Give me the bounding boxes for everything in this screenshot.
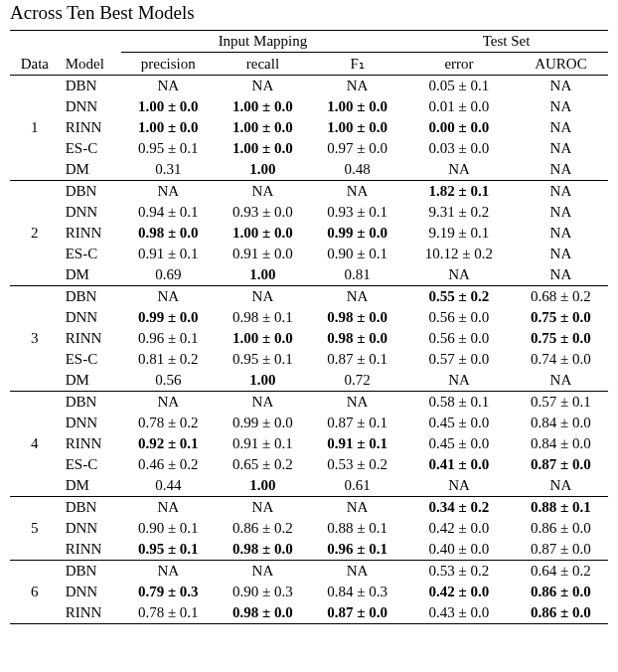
- recall-cell: 0.95 ± 0.1: [216, 349, 310, 370]
- recall-cell: 0.98 ± 0.1: [216, 307, 310, 328]
- recall-cell: NA: [216, 181, 310, 203]
- precision-cell: 0.95 ± 0.1: [121, 138, 216, 159]
- f1-cell: 0.91 ± 0.1: [310, 433, 404, 454]
- precision-cell: NA: [121, 76, 216, 97]
- table-row: RINN0.78 ± 0.10.98 ± 0.00.87 ± 0.00.43 ±…: [10, 602, 608, 624]
- error-cell: 9.31 ± 0.2: [404, 202, 514, 223]
- auroc-cell: NA: [514, 244, 608, 264]
- table-row: ES-C0.91 ± 0.10.91 ± 0.00.90 ± 0.110.12 …: [10, 244, 608, 264]
- error-cell: 0.41 ± 0.0: [404, 454, 514, 475]
- auroc-cell: NA: [514, 159, 608, 181]
- precision-cell: 0.46 ± 0.2: [121, 454, 216, 475]
- table-row: DM0.561.000.72NANA: [10, 370, 608, 392]
- auroc-cell: NA: [514, 370, 608, 392]
- precision-cell: NA: [121, 497, 216, 519]
- precision-cell: 0.96 ± 0.1: [121, 328, 216, 349]
- col-header-f1: F₁: [310, 53, 404, 76]
- table-row: DNN0.78 ± 0.20.99 ± 0.00.87 ± 0.10.45 ± …: [10, 413, 608, 433]
- f1-cell: NA: [310, 497, 404, 519]
- error-cell: 0.43 ± 0.0: [404, 602, 514, 624]
- f1-cell: 0.53 ± 0.2: [310, 454, 404, 475]
- data-id-cell: 3: [10, 286, 60, 392]
- error-cell: 0.56 ± 0.0: [404, 328, 514, 349]
- table-row: 1DBNNANANA0.05 ± 0.1NA: [10, 76, 608, 97]
- table-row: 4DBNNANANA0.58 ± 0.10.57 ± 0.1: [10, 392, 608, 414]
- recall-cell: 1.00 ± 0.0: [216, 96, 310, 117]
- precision-cell: 0.78 ± 0.2: [121, 413, 216, 433]
- error-cell: 10.12 ± 0.2: [404, 244, 514, 264]
- f1-cell: NA: [310, 392, 404, 414]
- error-cell: NA: [404, 475, 514, 497]
- recall-cell: NA: [216, 76, 310, 97]
- table-row: ES-C0.81 ± 0.20.95 ± 0.10.87 ± 0.10.57 ±…: [10, 349, 608, 370]
- auroc-cell: 0.64 ± 0.2: [514, 561, 608, 583]
- auroc-cell: NA: [514, 96, 608, 117]
- auroc-cell: NA: [514, 475, 608, 497]
- precision-cell: 0.56: [121, 370, 216, 392]
- table-row: DNN1.00 ± 0.01.00 ± 0.01.00 ± 0.00.01 ± …: [10, 96, 608, 117]
- table-row: RINN1.00 ± 0.01.00 ± 0.01.00 ± 0.00.00 ±…: [10, 117, 608, 138]
- table-row: 5DBNNANANA0.34 ± 0.20.88 ± 0.1: [10, 497, 608, 519]
- precision-cell: 1.00 ± 0.0: [121, 96, 216, 117]
- recall-cell: 0.91 ± 0.1: [216, 433, 310, 454]
- recall-cell: 0.99 ± 0.0: [216, 413, 310, 433]
- f1-cell: NA: [310, 181, 404, 203]
- auroc-cell: NA: [514, 181, 608, 203]
- precision-cell: 0.92 ± 0.1: [121, 433, 216, 454]
- precision-cell: 0.91 ± 0.1: [121, 244, 216, 264]
- f1-cell: NA: [310, 76, 404, 97]
- recall-cell: 0.93 ± 0.0: [216, 202, 310, 223]
- precision-cell: NA: [121, 181, 216, 203]
- f1-cell: 0.98 ± 0.0: [310, 307, 404, 328]
- model-cell: DBN: [60, 561, 121, 583]
- recall-cell: 1.00: [216, 475, 310, 497]
- data-id-cell: 4: [10, 392, 60, 497]
- error-cell: 0.45 ± 0.0: [404, 433, 514, 454]
- precision-cell: NA: [121, 392, 216, 414]
- recall-cell: 1.00 ± 0.0: [216, 117, 310, 138]
- table-row: DNN0.94 ± 0.10.93 ± 0.00.93 ± 0.19.31 ± …: [10, 202, 608, 223]
- recall-cell: NA: [216, 392, 310, 414]
- f1-cell: 0.48: [310, 159, 404, 181]
- model-cell: DBN: [60, 286, 121, 308]
- auroc-cell: NA: [514, 202, 608, 223]
- model-cell: ES-C: [60, 349, 121, 370]
- recall-cell: 0.65 ± 0.2: [216, 454, 310, 475]
- auroc-cell: NA: [514, 76, 608, 97]
- f1-cell: 0.97 ± 0.0: [310, 138, 404, 159]
- f1-cell: 1.00 ± 0.0: [310, 117, 404, 138]
- f1-cell: NA: [310, 286, 404, 308]
- error-cell: NA: [404, 370, 514, 392]
- error-cell: 0.45 ± 0.0: [404, 413, 514, 433]
- table-row: RINN0.96 ± 0.11.00 ± 0.00.98 ± 0.00.56 ±…: [10, 328, 608, 349]
- model-cell: RINN: [60, 539, 121, 561]
- col-header-error: error: [404, 53, 514, 76]
- precision-cell: 0.94 ± 0.1: [121, 202, 216, 223]
- model-cell: DNN: [60, 202, 121, 223]
- auroc-cell: 0.84 ± 0.0: [514, 413, 608, 433]
- f1-cell: NA: [310, 561, 404, 583]
- precision-cell: 0.99 ± 0.0: [121, 307, 216, 328]
- auroc-cell: 0.75 ± 0.0: [514, 307, 608, 328]
- error-cell: 9.19 ± 0.1: [404, 223, 514, 244]
- error-cell: 0.57 ± 0.0: [404, 349, 514, 370]
- table-row: DM0.691.000.81NANA: [10, 264, 608, 286]
- col-header-recall: recall: [216, 53, 310, 76]
- results-table: Data Model Input Mapping Test Set precis…: [10, 30, 608, 624]
- table-row: DM0.441.000.61NANA: [10, 475, 608, 497]
- error-cell: 1.82 ± 0.1: [404, 181, 514, 203]
- precision-cell: 0.95 ± 0.1: [121, 539, 216, 561]
- model-cell: RINN: [60, 433, 121, 454]
- model-cell: DM: [60, 475, 121, 497]
- precision-cell: 0.31: [121, 159, 216, 181]
- error-cell: 0.56 ± 0.0: [404, 307, 514, 328]
- model-cell: DBN: [60, 497, 121, 519]
- auroc-cell: 0.75 ± 0.0: [514, 328, 608, 349]
- precision-cell: NA: [121, 561, 216, 583]
- data-id-cell: 2: [10, 181, 60, 286]
- f1-cell: 0.99 ± 0.0: [310, 223, 404, 244]
- precision-cell: 0.44: [121, 475, 216, 497]
- recall-cell: 0.90 ± 0.3: [216, 582, 310, 602]
- recall-cell: 0.98 ± 0.0: [216, 602, 310, 624]
- recall-cell: 0.91 ± 0.0: [216, 244, 310, 264]
